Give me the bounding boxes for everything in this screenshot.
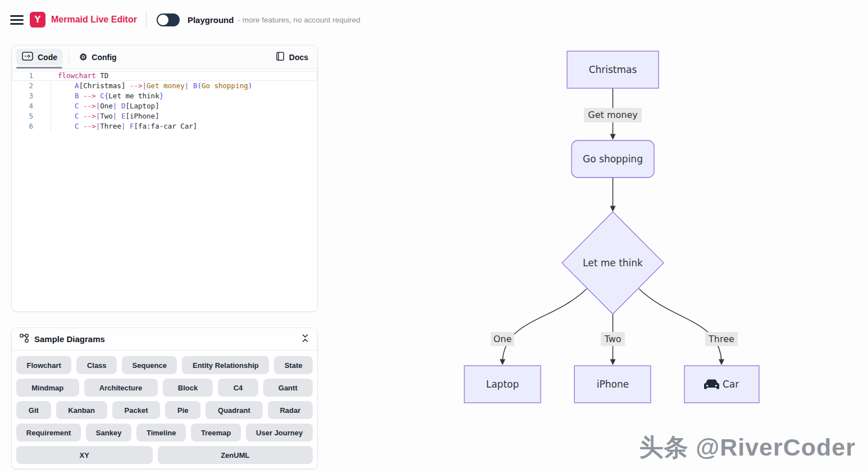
sample-button-row: GitKanbanPacketPieQuadrantRadar [16,401,313,419]
code-line-2[interactable]: 2 A[Christmas] -->|Get money| B(Go shopp… [12,81,317,91]
svg-text:One: One [494,334,512,344]
line-number: 2 [12,81,43,91]
tab-config[interactable]: ⚙ Config [74,50,122,65]
sample-button-gantt[interactable]: Gantt [263,379,313,397]
svg-text:Laptop: Laptop [486,379,519,390]
code-text: flowchart TD [43,71,108,81]
mermaid-logo[interactable]: Y [30,12,45,28]
line-number: 4 [12,101,43,111]
svg-text:Christmas: Christmas [589,64,637,75]
tab-code[interactable]: Code [16,49,63,65]
sample-button-pie[interactable]: Pie [165,401,200,419]
code-text: B --> C{Let me think} [43,91,163,101]
node-car: Car [684,366,759,403]
sample-button-row: FlowchartClassSequenceEntity Relationshi… [16,356,313,374]
line-number: 1 [12,71,43,81]
node-iphone: iPhone [574,366,651,403]
svg-text:Two: Two [604,334,622,344]
sample-button-mindmap[interactable]: Mindmap [16,379,79,397]
editor-header: Code ⚙ Config Docs [12,46,317,69]
sample-button-sequence[interactable]: Sequence [122,356,177,374]
code-line-6[interactable]: 6 C -->|Three| F[fa:fa-car Car] [12,121,317,131]
code-text: C -->|Three| F[fa:fa-car Car] [43,121,197,131]
code-text: C -->|Two| E[iPhone] [43,111,159,121]
code-line-4[interactable]: 4 C -->|One| D[Laptop] [12,101,317,111]
tab-divider [68,51,69,64]
sample-button-state[interactable]: State [274,356,313,374]
sample-buttons: FlowchartClassSequenceEntity Relationshi… [12,351,317,469]
svg-text:iPhone: iPhone [597,379,629,390]
sample-button-block[interactable]: Block [163,379,213,397]
top-bar: Y Mermaid Live Editor Playground - more … [0,0,868,39]
docs-button[interactable]: Docs [276,52,308,63]
flow-nodes-icon [20,334,29,345]
sample-button-row: RequirementSankeyTimelineTreemapUser Jou… [16,424,313,442]
code-text: A[Christmas] -->|Get money| B(Go shoppin… [43,81,252,91]
edge-label-two: Two [601,332,625,346]
sample-diagrams-header: Sample Diagrams [12,328,317,351]
sample-button-quadrant[interactable]: Quadrant [205,401,262,419]
sample-button-flowchart[interactable]: Flowchart [16,356,71,374]
sample-button-timeline[interactable]: Timeline [136,424,186,442]
sample-button-xy[interactable]: XY [16,446,153,464]
sample-button-row: MindmapArchitectureBlockC4Gantt [16,379,313,397]
toggle-knob [158,15,168,25]
svg-text:Three: Three [708,334,734,344]
flowchart-preview: Get money One Two Three Christmas Go sho… [444,45,780,416]
line-number: 3 [12,91,43,101]
edge-label-get-money: Get money [584,108,642,122]
watermark-text: 头条 @RiverCoder [639,431,856,464]
edge-label-three: Three [705,332,738,346]
svg-text:Get money: Get money [588,110,637,120]
node-let-me-think: Let me think [562,212,664,314]
menu-icon[interactable] [10,15,24,25]
code-arrow-icon [22,52,33,62]
docs-label: Docs [289,53,308,62]
sample-button-kanban[interactable]: Kanban [56,401,107,419]
editor-panel: Code ⚙ Config Docs 1flowchart TD2 A[Chri… [11,45,318,312]
sample-diagrams-panel: Sample Diagrams FlowchartClassSequenceEn… [11,328,318,469]
playground-toggle[interactable] [157,13,180,26]
code-text: C -->|One| D[Laptop] [43,101,159,111]
sample-button-git[interactable]: Git [16,401,51,419]
topbar-divider [146,12,147,27]
code-lines[interactable]: 1flowchart TD2 A[Christmas] -->|Get mone… [12,69,317,310]
sample-button-architecture[interactable]: Architecture [84,379,158,397]
svg-text:Go shopping: Go shopping [583,153,643,165]
sample-button-treemap[interactable]: Treemap [191,424,241,442]
sample-diagrams-title: Sample Diagrams [34,334,105,344]
sample-button-c4[interactable]: C4 [218,379,258,397]
node-christmas: Christmas [567,51,659,88]
line-number: 6 [12,121,43,131]
sample-button-requirement[interactable]: Requirement [16,424,81,442]
sample-button-sankey[interactable]: Sankey [86,424,131,442]
sample-button-class[interactable]: Class [76,356,117,374]
book-icon [276,52,285,63]
sample-button-radar[interactable]: Radar [268,401,313,419]
playground-label: Playground [188,15,234,25]
sample-button-entity-relationship[interactable]: Entity Relationship [182,356,269,374]
sample-button-zenuml[interactable]: ZenUML [158,446,313,464]
sample-button-packet[interactable]: Packet [112,401,160,419]
node-go-shopping: Go shopping [572,140,654,178]
svg-text:Car: Car [723,379,739,390]
node-laptop: Laptop [464,366,541,403]
app-title: Mermaid Live Editor [51,15,137,25]
code-line-5[interactable]: 5 C -->|Two| E[iPhone] [12,111,317,121]
tab-code-label: Code [38,53,57,62]
playground-note: - more features, no account required [237,16,360,24]
code-line-1[interactable]: 1flowchart TD [12,71,317,81]
svg-text:Let me think: Let me think [583,257,643,269]
active-tab-underline [16,67,62,69]
collapse-chevrons-icon[interactable] [301,334,309,344]
sample-button-user-journey[interactable]: User Journey [246,424,313,442]
sample-button-row: XYZenUML [16,446,313,464]
tab-config-label: Config [92,53,116,62]
line-number: 5 [12,111,43,121]
code-line-3[interactable]: 3 B --> C{Let me think} [12,91,317,101]
edge-label-one: One [491,332,514,346]
gear-icon: ⚙ [79,53,87,62]
